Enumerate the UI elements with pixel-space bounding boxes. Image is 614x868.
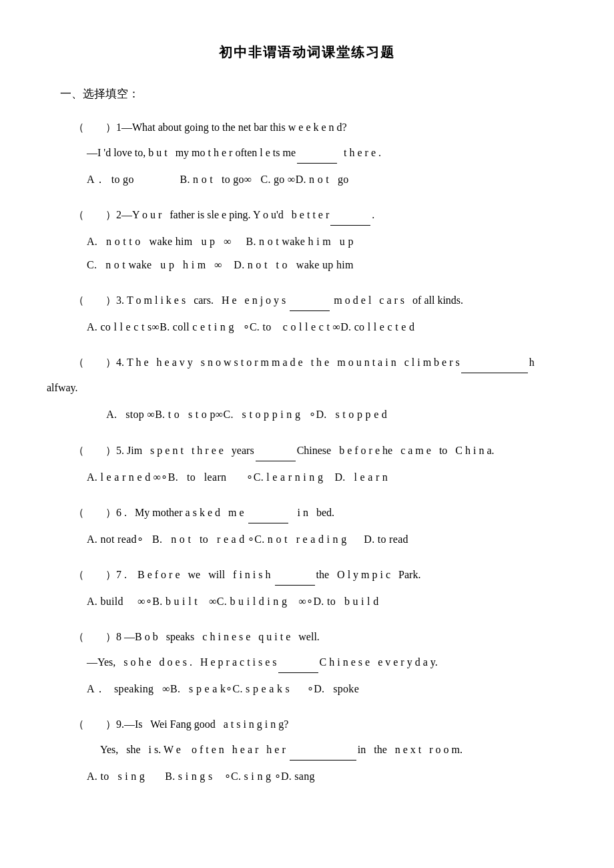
question-3-options: A. co l l e c t s∞B. coll c e t i n g ∘C… (87, 315, 567, 339)
question-7-line1: （ ）7 . B e f o r e we will f i n i s h t… (73, 564, 567, 586)
question-9: （ ）9.—Is Wei Fang good a t s i n g i n g… (47, 714, 567, 788)
section-header: 一、选择填空： (60, 84, 567, 105)
question-1-options: A． to go B. n o t to go∞ C. go ∞D. n o t… (87, 168, 567, 191)
question-4-line1: （ ）4. T h e h e a v y s n o w s t o r m … (73, 352, 567, 373)
question-2: （ ）2—Y o u r father is sle e ping. Y o u… (47, 204, 567, 276)
question-5: （ ）5. Jim s p e n t t h r e e yearsChine… (47, 440, 567, 489)
page-title: 初中非谓语动词课堂练习题 (47, 40, 567, 64)
question-8-line2: —Yes, s o h e d o e s . H e p r a c t i … (87, 652, 567, 673)
question-9-line1: （ ）9.—Is Wei Fang good a t s i n g i n g… (73, 714, 567, 735)
question-8-options: A． speaking ∞B. s p e a k∘C. s p e a k s… (87, 677, 567, 700)
question-9-options: A. to s i n g B. s i n g s ∘C. s i n g ∘… (87, 765, 567, 788)
question-6-options: A. not read∘ B. n o t to r e a d ∘C. n o… (87, 527, 567, 551)
question-8: （ ）8 —B o b speaks c h i n e s e q u i t… (47, 626, 567, 700)
question-2-options2: C. n o t wake u p h i m ∞ D. n o t t o w… (87, 253, 567, 276)
question-3-line1: （ ）3. T o m l i k e s cars. H e e n j o … (73, 290, 567, 311)
question-5-line1: （ ）5. Jim s p e n t t h r e e yearsChine… (73, 440, 567, 461)
question-4-line2: alfway. (47, 377, 567, 399)
question-4: （ ）4. T h e h e a v y s n o w s t o r m … (47, 352, 567, 426)
question-7: （ ）7 . B e f o r e we will f i n i s h t… (47, 564, 567, 613)
question-6: （ ）6 . My mother a s k e d m e i n bed. … (47, 502, 567, 551)
question-2-options1: A. n o t t o wake him u p ∞ B. n o t wak… (87, 230, 567, 253)
question-2-line1: （ ）2—Y o u r father is sle e ping. Y o u… (73, 204, 567, 226)
question-4-options: A. stop ∞B. t o s t o p∞C. s t o p p i n… (87, 403, 567, 426)
question-7-options: A. build ∞∘B. b u i l t ∞C. b u i l d i … (87, 590, 567, 613)
question-5-options: A. l e a r n e d ∞∘B. to learn ∘C. l e a… (87, 465, 567, 489)
question-1-line2: —I 'd love to, b u t my mo t h e r often… (87, 142, 567, 164)
question-1-line1: （ ）1—What about going to the net bar thi… (73, 117, 567, 138)
question-6-line1: （ ）6 . My mother a s k e d m e i n bed. (73, 502, 567, 523)
question-1: （ ）1—What about going to the net bar thi… (47, 117, 567, 191)
question-8-line1: （ ）8 —B o b speaks c h i n e s e q u i t… (73, 626, 567, 648)
question-3: （ ）3. T o m l i k e s cars. H e e n j o … (47, 290, 567, 339)
question-9-line2: Yes, she i s. W e o f t e n h e a r h e … (100, 739, 567, 761)
